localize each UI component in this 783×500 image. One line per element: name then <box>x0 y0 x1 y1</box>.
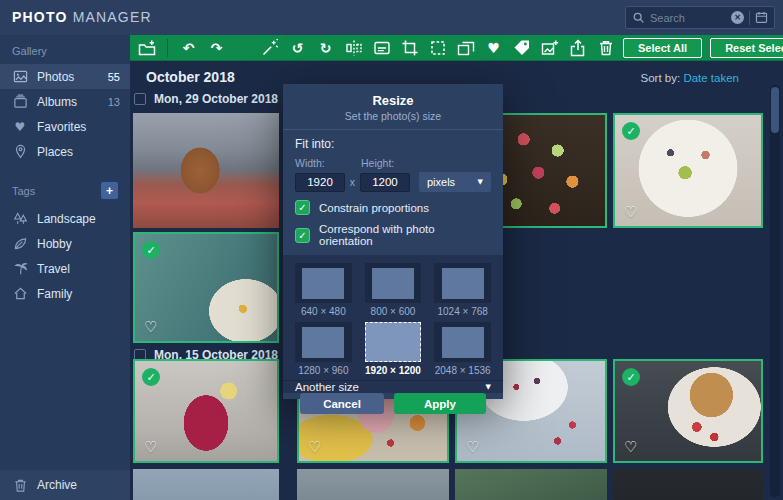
albums-count-badge: 13 <box>108 96 120 108</box>
date-group-label: Mon, 29 October 2018 <box>154 92 278 106</box>
resize-button[interactable] <box>427 37 448 58</box>
photo-orientation-row: ✓ Correspond with photo orientation <box>295 223 491 247</box>
preset-1920x1200-selected[interactable]: 1920 × 1200 <box>365 322 422 378</box>
apply-button[interactable]: Apply <box>394 393 486 414</box>
redo-button[interactable]: ↷ <box>206 37 227 58</box>
scrollbar-track[interactable] <box>770 85 780 497</box>
photo-tile-fruit-plate-kiwi[interactable]: ✓ ♡ <box>613 113 763 228</box>
toolbar-divider <box>167 39 168 57</box>
tag-button[interactable] <box>511 37 532 58</box>
photo-tile-food-plate-egg[interactable]: ✓ ♡ <box>133 232 279 343</box>
resize-dialog: Resize Set the photo(s) size Fit into: W… <box>283 84 503 399</box>
preset-label: 640 × 480 <box>295 306 352 317</box>
dialog-title: Resize <box>293 93 493 108</box>
search-clear-icon[interactable]: ✕ <box>731 11 744 24</box>
sidebar-item-favorites[interactable]: ♥ Favorites <box>0 114 130 139</box>
sidebar-item-tag-travel[interactable]: Travel <box>0 256 130 281</box>
preset-1024x768[interactable]: 1024 × 768 <box>434 263 491 319</box>
sidebar-item-tag-hobby[interactable]: Hobby <box>0 231 130 256</box>
photo-tile-woman-street[interactable] <box>133 113 279 228</box>
another-size-label: Another size <box>295 381 359 393</box>
favorite-button[interactable]: ♥ <box>483 37 504 58</box>
height-input[interactable] <box>360 173 410 192</box>
search-bar[interactable]: ✕ <box>625 6 775 29</box>
scrollbar-thumb[interactable] <box>771 87 779 133</box>
favorite-heart-icon[interactable]: ♡ <box>308 440 321 455</box>
crop-button[interactable] <box>399 37 420 58</box>
selected-check-icon[interactable]: ✓ <box>142 241 160 259</box>
photo-tile-sky-cliff[interactable] <box>133 469 279 500</box>
selected-check-icon[interactable]: ✓ <box>622 122 640 140</box>
width-input[interactable] <box>295 173 345 192</box>
favorite-heart-icon[interactable]: ♡ <box>624 440 637 455</box>
preset-640x480[interactable]: 640 × 480 <box>295 263 352 319</box>
photo-orientation-checkbox[interactable]: ✓ <box>295 228 310 243</box>
photo-tile-ocean-rocks[interactable] <box>297 469 449 500</box>
trees-icon <box>12 211 28 226</box>
favorite-heart-icon[interactable]: ♡ <box>466 440 479 455</box>
favorite-heart-icon[interactable]: ♡ <box>624 205 637 220</box>
preset-thumbnail <box>434 322 491 362</box>
home-icon <box>12 286 28 301</box>
photo-tile-dark-arch[interactable] <box>613 469 763 500</box>
cancel-button[interactable]: Cancel <box>300 393 384 414</box>
preset-thumbnail <box>295 263 352 303</box>
search-input[interactable] <box>650 12 726 24</box>
magic-wand-icon <box>261 39 279 57</box>
select-all-button[interactable]: Select All <box>623 38 702 58</box>
copy-to-album-button[interactable] <box>455 37 476 58</box>
delete-button[interactable] <box>595 37 616 58</box>
selected-check-icon[interactable]: ✓ <box>622 368 640 386</box>
archive-label: Archive <box>37 478 77 492</box>
sidebar-item-label: Family <box>37 287 72 301</box>
units-select[interactable]: pixels ▼ <box>419 172 491 192</box>
sidebar-item-albums[interactable]: Albums 13 <box>0 89 130 114</box>
add-photos-button[interactable] <box>136 37 157 58</box>
constrain-proportions-checkbox[interactable]: ✓ <box>295 200 310 215</box>
sidebar-item-tag-family[interactable]: Family <box>0 281 130 306</box>
toolbar: ↶ ↷ ↺ ↻ ♥ <box>130 35 783 61</box>
sidebar: Gallery Photos 55 Albums 13 ♥ Favorites … <box>0 35 130 500</box>
caption-button[interactable] <box>371 37 392 58</box>
sidebar-item-photos[interactable]: Photos 55 <box>0 64 130 89</box>
preset-thumbnail <box>365 263 422 303</box>
reset-selection-button[interactable]: Reset Selection <box>710 38 783 58</box>
add-tag-button[interactable]: + <box>101 182 118 199</box>
date-group-checkbox[interactable] <box>134 93 146 105</box>
sidebar-item-tag-landscape[interactable]: Landscape <box>0 206 130 231</box>
feather-icon <box>12 236 28 251</box>
rotate-left-button[interactable]: ↺ <box>287 37 308 58</box>
another-size-expander[interactable]: Another size ▼ <box>283 380 503 393</box>
search-divider <box>749 11 750 25</box>
add-to-album-icon <box>541 39 559 57</box>
photo-tile-red-smoothie[interactable]: ✓ ♡ <box>133 359 279 463</box>
preset-2048x1536[interactable]: 2048 × 1536 <box>434 322 491 378</box>
sidebar-item-label: Places <box>37 145 73 159</box>
photo-tile-pancakes[interactable]: ✓ ♡ <box>613 359 763 463</box>
sidebar-item-places[interactable]: Places <box>0 139 130 164</box>
photo-tile-green-coast[interactable] <box>455 469 607 500</box>
preset-800x600[interactable]: 800 × 600 <box>365 263 422 319</box>
sidebar-item-archive[interactable]: Archive <box>0 470 130 500</box>
redo-icon: ↷ <box>211 41 223 55</box>
flip-button[interactable] <box>343 37 364 58</box>
height-label: Height: <box>361 157 394 169</box>
rotate-right-icon: ↻ <box>320 41 332 55</box>
dialog-body: Fit into: Width: Height: x pixels ▼ ✓ <box>283 130 503 255</box>
calendar-icon[interactable] <box>755 11 768 24</box>
undo-button[interactable]: ↶ <box>178 37 199 58</box>
favorite-heart-icon[interactable]: ♡ <box>144 320 157 335</box>
add-to-album-button[interactable] <box>539 37 560 58</box>
resize-icon <box>429 39 447 57</box>
share-button[interactable] <box>567 37 588 58</box>
rotate-right-button[interactable]: ↻ <box>315 37 336 58</box>
magic-wand-button[interactable] <box>259 37 280 58</box>
preset-1280x960[interactable]: 1280 × 960 <box>295 322 352 378</box>
favorite-heart-icon[interactable]: ♡ <box>144 440 157 455</box>
preset-label: 2048 × 1536 <box>434 365 491 376</box>
app-title-rest: MANAGER <box>73 9 152 25</box>
sort-by-value[interactable]: Date taken <box>683 72 739 84</box>
selected-check-icon[interactable]: ✓ <box>142 368 160 386</box>
heart-icon: ♥ <box>12 121 28 133</box>
tags-header-label: Tags <box>12 185 35 197</box>
